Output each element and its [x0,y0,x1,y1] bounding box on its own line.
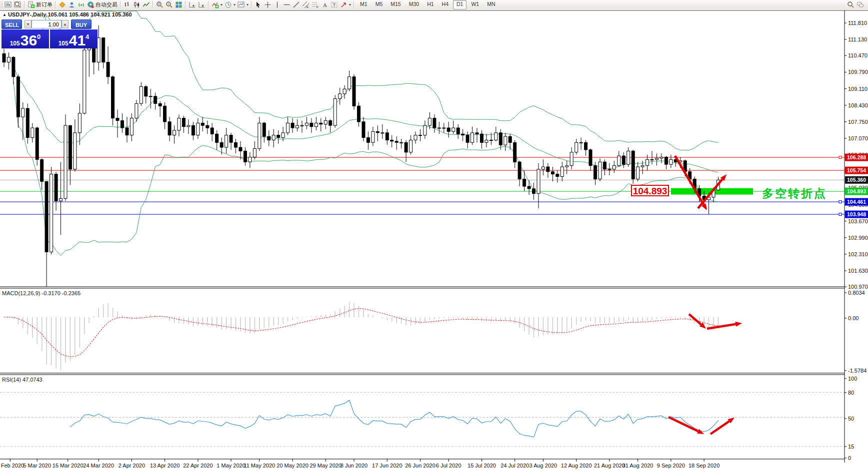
timeframe-mn-button[interactable]: MN [484,0,498,9]
linechart-button[interactable] [142,0,151,9]
candles-button[interactable] [132,0,142,9]
price-tick-label: 102.990 [848,235,868,241]
tile-windows-button[interactable] [174,0,184,9]
timeframe-m5-button[interactable]: M5 [372,0,386,9]
line-handle[interactable] [839,213,842,216]
price-axis[interactable]: 111.810111.130110.470109.790109.110108.4… [844,20,868,461]
candle [36,128,38,159]
candle [296,125,299,128]
line-handle[interactable] [839,156,842,159]
chart-shift-button[interactable] [197,0,206,9]
candle [31,128,34,138]
candle [490,140,492,140]
date-axis[interactable]: 5 Feb 20205 Mar 202015 Mar 202024 Mar 20… [0,459,720,469]
buy-button[interactable]: BUY [71,19,92,29]
candle [210,128,214,134]
toolbar-separator [152,1,154,8]
chart-canvas[interactable]: 111.810111.130110.470109.790109.110108.4… [0,9,868,472]
text-button[interactable]: A [320,0,330,9]
fibo-button[interactable]: F [310,0,320,9]
candle [362,122,365,138]
templates-button[interactable]: ▾ [236,0,250,9]
cursor-button[interactable] [254,0,263,9]
candle [514,142,516,162]
timeframe-m30-button[interactable]: M30 [406,0,422,9]
volume-input[interactable] [32,20,62,28]
sell-button[interactable]: SELL [2,19,22,29]
line-handle[interactable] [839,201,842,203]
search-button[interactable] [846,0,856,9]
date-tick-label: 9 Sep 2020 [657,463,685,469]
volume-up-button[interactable]: ▲ [62,20,68,28]
candle [352,77,356,106]
candle [618,156,620,166]
candle [244,151,247,162]
buy-price-panel[interactable]: 105 41 4 [50,29,98,48]
timeframe-h1-button[interactable]: H1 [424,0,437,9]
timeframe-d1-button[interactable]: D1 [453,0,466,9]
new-order-button[interactable]: 新订单 [26,0,54,9]
candle [97,38,100,62]
channel-icon: E [302,1,310,8]
candle [64,125,67,198]
market-button[interactable] [67,0,76,9]
auto-scroll-button[interactable] [188,0,197,9]
zoom-in-button[interactable] [155,0,164,9]
date-tick-label: 5 Mar 2020 [23,463,51,469]
periods-button[interactable]: ▾ [224,0,236,9]
signals-button[interactable] [76,0,86,9]
profiles-icon [14,1,22,8]
chat-button[interactable] [856,0,865,9]
arrows-button[interactable]: ▾ [339,0,352,9]
turning-point-annotation[interactable]: 多空转折点 [762,186,827,201]
candle [173,130,176,135]
metaeditor-button[interactable] [58,0,67,9]
candle [650,159,654,160]
new-order-label: 新订单 [36,1,52,8]
volume-down-button[interactable]: ▼ [24,20,32,28]
chart-window-button[interactable] [4,0,13,9]
hline-button[interactable] [282,0,292,9]
trendline-button[interactable] [292,0,301,9]
timeframe-m15-button[interactable]: M15 [387,0,404,9]
candles-layer [2,25,720,287]
date-tick-label: 22 Apr 2020 [183,463,212,469]
linechart-icon [142,1,150,8]
date-tick-label: 3 Aug 2020 [530,463,558,469]
sell-price-panel[interactable]: 105 36 0 [2,29,49,48]
toolbar-separator [208,1,209,8]
vline-button[interactable] [272,0,282,9]
main-toolbar: 新订单自动交易▾▾▾EFAT▾M1M5M15M30H1H4D1W1MN [0,0,868,10]
crosshair-button[interactable] [263,0,272,9]
timeframe-m1-button[interactable]: M1 [356,0,371,9]
candle [580,142,582,143]
candle [324,120,327,124]
candle [12,57,15,77]
candle [192,125,194,135]
market-icon [68,1,76,8]
indicators-button[interactable]: ▾ [210,0,224,9]
candle [121,120,124,128]
candle [372,131,374,142]
bars-button[interactable] [122,0,132,9]
symbol-info-text: USDJPY-,Daily 105.061 105.486 104.921 10… [8,11,132,17]
candle [570,152,573,166]
symbol-info: ▲USDJPY-,Daily 105.061 105.486 104.921 1… [2,11,132,17]
candle [329,120,332,125]
zoom-out-button[interactable] [164,0,174,9]
profiles-button[interactable] [13,0,22,9]
chart-window[interactable]: 111.810111.130110.470109.790109.110108.4… [0,9,868,472]
candle [83,50,86,113]
price-annotation-box[interactable]: 104.893 [631,185,669,196]
search-icon [847,1,854,8]
candle [433,118,436,128]
rsi-pane [0,392,844,447]
channel-button[interactable]: E [301,0,310,9]
toolbar-separator [251,1,252,8]
timeframe-h4-button[interactable]: H4 [438,0,452,9]
label-button[interactable]: T [330,0,339,9]
timeframe-w1-button[interactable]: W1 [468,0,482,9]
symbol-arrow-icon: ▲ [2,12,6,17]
autotrade-button[interactable]: 自动交易 [86,0,118,9]
price-tick-label: 100.970 [848,284,868,290]
